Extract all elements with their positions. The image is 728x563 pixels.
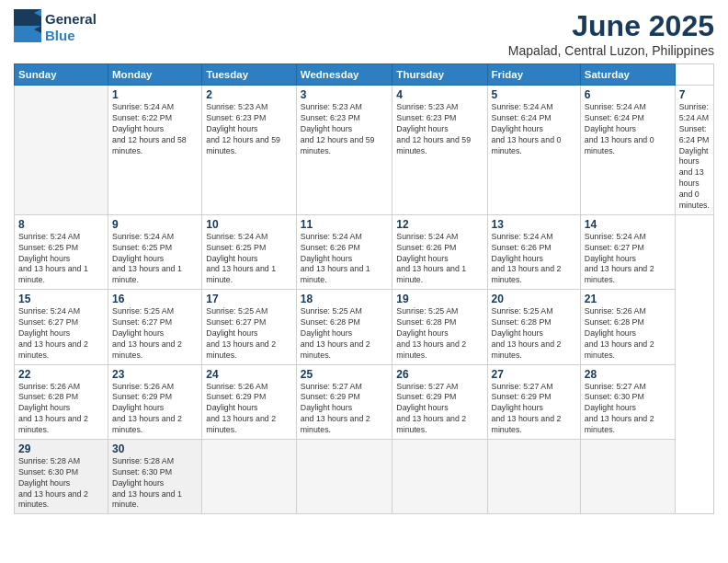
col-sunday: Sunday xyxy=(15,64,108,86)
day-info: Sunrise: 5:28 AM Sunset: 6:30 PM Dayligh… xyxy=(112,456,198,511)
day-number: 27 xyxy=(492,368,576,381)
day-info: Sunrise: 5:24 AM Sunset: 6:24 PM Dayligh… xyxy=(679,102,710,212)
calendar-table: Sunday Monday Tuesday Wednesday Thursday… xyxy=(14,63,714,514)
table-row xyxy=(15,86,108,215)
day-number: 11 xyxy=(301,218,389,231)
day-info: Sunrise: 5:25 AM Sunset: 6:27 PM Dayligh… xyxy=(206,306,292,361)
day-info: Sunrise: 5:24 AM Sunset: 6:25 PM Dayligh… xyxy=(18,232,104,286)
table-row: 22 Sunrise: 5:26 AM Sunset: 6:28 PM Dayl… xyxy=(15,364,108,439)
table-row: 8 Sunrise: 5:24 AM Sunset: 6:25 PM Dayli… xyxy=(15,214,108,289)
table-row: 17 Sunrise: 5:25 AM Sunset: 6:27 PM Dayl… xyxy=(202,290,297,364)
month-title: June 2025 xyxy=(508,9,714,43)
day-number: 18 xyxy=(301,293,389,305)
day-info: Sunrise: 5:24 AM Sunset: 6:24 PM Dayligh… xyxy=(492,102,576,156)
table-row: 30 Sunrise: 5:28 AM Sunset: 6:30 PM Dayl… xyxy=(108,439,202,513)
day-number: 26 xyxy=(396,368,483,381)
calendar-week-2: 8 Sunrise: 5:24 AM Sunset: 6:25 PM Dayli… xyxy=(15,214,714,289)
col-monday: Monday xyxy=(108,64,202,86)
day-number: 9 xyxy=(112,218,198,231)
table-row: 16 Sunrise: 5:25 AM Sunset: 6:27 PM Dayl… xyxy=(108,290,202,364)
day-info: Sunrise: 5:24 AM Sunset: 6:25 PM Dayligh… xyxy=(112,232,198,286)
header-row: Sunday Monday Tuesday Wednesday Thursday… xyxy=(15,64,714,86)
day-number: 20 xyxy=(492,293,576,305)
day-info: Sunrise: 5:26 AM Sunset: 6:29 PM Dayligh… xyxy=(206,382,292,436)
col-thursday: Thursday xyxy=(392,64,487,86)
day-info: Sunrise: 5:24 AM Sunset: 6:27 PM Dayligh… xyxy=(18,306,104,361)
table-row: 10 Sunrise: 5:24 AM Sunset: 6:25 PM Dayl… xyxy=(202,214,297,289)
day-number: 7 xyxy=(679,88,710,101)
day-info: Sunrise: 5:24 AM Sunset: 6:26 PM Dayligh… xyxy=(492,232,576,286)
table-row xyxy=(202,439,297,513)
calendar-week-4: 22 Sunrise: 5:26 AM Sunset: 6:28 PM Dayl… xyxy=(15,364,714,439)
table-row: 9 Sunrise: 5:24 AM Sunset: 6:25 PM Dayli… xyxy=(108,214,202,289)
day-info: Sunrise: 5:25 AM Sunset: 6:28 PM Dayligh… xyxy=(396,306,483,361)
calendar-week-5: 29 Sunrise: 5:28 AM Sunset: 6:30 PM Dayl… xyxy=(15,439,714,513)
day-number: 21 xyxy=(585,293,671,305)
day-number: 3 xyxy=(301,88,389,101)
col-tuesday: Tuesday xyxy=(202,64,297,86)
day-info: Sunrise: 5:24 AM Sunset: 6:24 PM Dayligh… xyxy=(585,102,671,156)
day-number: 5 xyxy=(492,88,576,101)
logo-line2: Blue xyxy=(45,28,97,44)
day-number: 17 xyxy=(206,293,292,305)
table-row: 5 Sunrise: 5:24 AM Sunset: 6:24 PM Dayli… xyxy=(487,86,580,215)
day-number: 10 xyxy=(206,218,292,231)
day-info: Sunrise: 5:24 AM Sunset: 6:27 PM Dayligh… xyxy=(585,232,671,286)
day-number: 8 xyxy=(18,218,104,231)
table-row: 28 Sunrise: 5:27 AM Sunset: 6:30 PM Dayl… xyxy=(580,364,675,439)
day-number: 16 xyxy=(112,293,198,305)
table-row: 13 Sunrise: 5:24 AM Sunset: 6:26 PM Dayl… xyxy=(487,214,580,289)
day-number: 14 xyxy=(585,218,671,231)
logo: General Blue xyxy=(14,9,97,46)
day-number: 23 xyxy=(112,368,198,381)
table-row: 19 Sunrise: 5:25 AM Sunset: 6:28 PM Dayl… xyxy=(392,290,487,364)
day-info: Sunrise: 5:24 AM Sunset: 6:26 PM Dayligh… xyxy=(396,232,483,286)
calendar-week-3: 15 Sunrise: 5:24 AM Sunset: 6:27 PM Dayl… xyxy=(15,290,714,364)
table-row: 4 Sunrise: 5:23 AM Sunset: 6:23 PM Dayli… xyxy=(392,86,487,215)
day-number: 22 xyxy=(18,368,104,381)
table-row: 23 Sunrise: 5:26 AM Sunset: 6:29 PM Dayl… xyxy=(108,364,202,439)
table-row: 2 Sunrise: 5:23 AM Sunset: 6:23 PM Dayli… xyxy=(202,86,297,215)
day-info: Sunrise: 5:28 AM Sunset: 6:30 PM Dayligh… xyxy=(18,456,104,511)
table-row: 3 Sunrise: 5:23 AM Sunset: 6:23 PM Dayli… xyxy=(296,86,392,215)
logo-line1: General xyxy=(45,11,97,28)
day-number: 13 xyxy=(492,218,576,231)
day-number: 4 xyxy=(396,88,483,101)
day-info: Sunrise: 5:27 AM Sunset: 6:29 PM Dayligh… xyxy=(396,382,483,436)
table-row: 1 Sunrise: 5:24 AM Sunset: 6:22 PM Dayli… xyxy=(108,86,202,215)
table-row: 14 Sunrise: 5:24 AM Sunset: 6:27 PM Dayl… xyxy=(580,214,675,289)
title-block: June 2025 Mapalad, Central Luzon, Philip… xyxy=(508,9,714,58)
table-row xyxy=(392,439,487,513)
calendar-week-1: 1 Sunrise: 5:24 AM Sunset: 6:22 PM Dayli… xyxy=(15,86,714,215)
day-info: Sunrise: 5:23 AM Sunset: 6:23 PM Dayligh… xyxy=(396,102,483,156)
table-row: 21 Sunrise: 5:26 AM Sunset: 6:28 PM Dayl… xyxy=(580,290,675,364)
table-row: 7 Sunrise: 5:24 AM Sunset: 6:24 PM Dayli… xyxy=(675,86,713,215)
table-row: 6 Sunrise: 5:24 AM Sunset: 6:24 PM Dayli… xyxy=(580,86,675,215)
day-info: Sunrise: 5:24 AM Sunset: 6:22 PM Dayligh… xyxy=(112,102,198,156)
table-row: 15 Sunrise: 5:24 AM Sunset: 6:27 PM Dayl… xyxy=(15,290,108,364)
day-info: Sunrise: 5:23 AM Sunset: 6:23 PM Dayligh… xyxy=(206,102,292,156)
day-number: 19 xyxy=(396,293,483,305)
day-info: Sunrise: 5:26 AM Sunset: 6:28 PM Dayligh… xyxy=(18,382,104,436)
day-info: Sunrise: 5:27 AM Sunset: 6:29 PM Dayligh… xyxy=(492,382,576,436)
day-info: Sunrise: 5:25 AM Sunset: 6:27 PM Dayligh… xyxy=(112,306,198,361)
day-number: 29 xyxy=(18,442,104,455)
day-number: 1 xyxy=(112,88,198,101)
logo-icon xyxy=(14,9,41,42)
day-info: Sunrise: 5:25 AM Sunset: 6:28 PM Dayligh… xyxy=(301,306,389,361)
day-info: Sunrise: 5:27 AM Sunset: 6:30 PM Dayligh… xyxy=(585,382,671,436)
col-saturday: Saturday xyxy=(580,64,675,86)
day-info: Sunrise: 5:25 AM Sunset: 6:28 PM Dayligh… xyxy=(492,306,576,361)
day-info: Sunrise: 5:26 AM Sunset: 6:29 PM Dayligh… xyxy=(112,382,198,436)
day-number: 24 xyxy=(206,368,292,381)
table-row: 27 Sunrise: 5:27 AM Sunset: 6:29 PM Dayl… xyxy=(487,364,580,439)
day-info: Sunrise: 5:23 AM Sunset: 6:23 PM Dayligh… xyxy=(301,102,389,156)
day-number: 28 xyxy=(585,368,671,381)
day-info: Sunrise: 5:26 AM Sunset: 6:28 PM Dayligh… xyxy=(585,306,671,361)
day-number: 15 xyxy=(18,293,104,305)
table-row: 18 Sunrise: 5:25 AM Sunset: 6:28 PM Dayl… xyxy=(296,290,392,364)
table-row xyxy=(487,439,580,513)
day-number: 12 xyxy=(396,218,483,231)
day-number: 25 xyxy=(301,368,389,381)
table-row: 24 Sunrise: 5:26 AM Sunset: 6:29 PM Dayl… xyxy=(202,364,297,439)
